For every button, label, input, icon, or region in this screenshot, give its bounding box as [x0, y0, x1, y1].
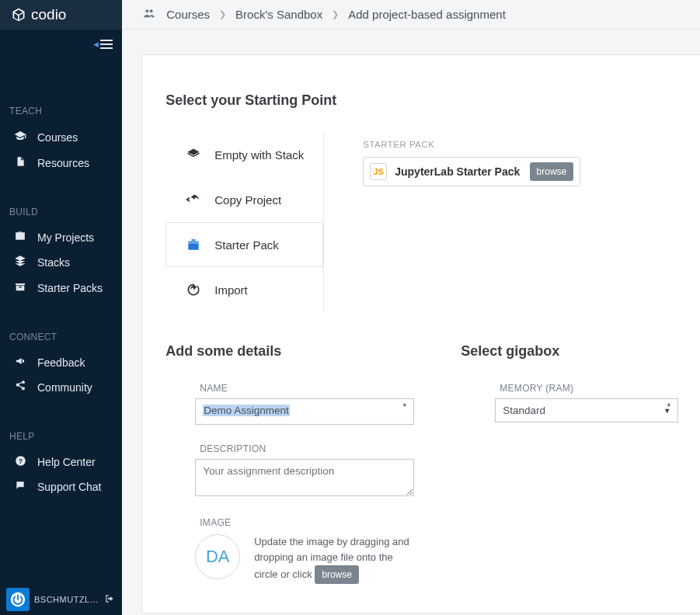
sidebar-item-help-center[interactable]: ? Help Center — [6, 450, 116, 474]
hamburger-icon — [100, 39, 113, 50]
file-icon — [14, 155, 26, 170]
logo-bar: codio — [0, 0, 122, 30]
sidebar-item-label: Resources — [37, 157, 89, 169]
heading-gigabox: Select gigabox — [461, 343, 678, 360]
sidebar: codio ◀ TEACH Courses Resources BUILD My… — [0, 0, 122, 615]
sidebar-item-label: Support Chat — [37, 481, 102, 493]
help-icon: ? — [14, 455, 26, 469]
nav-heading: HELP — [6, 431, 116, 442]
sidebar-item-label: Stacks — [37, 256, 70, 269]
graduation-icon — [14, 130, 26, 144]
logout-button[interactable] — [103, 593, 116, 606]
sidebar-item-feedback[interactable]: Feedback — [6, 350, 116, 374]
sidebar-item-my-projects[interactable]: My Projects — [6, 225, 116, 249]
nav-heading: TEACH — [6, 106, 116, 116]
user-avatar[interactable] — [6, 588, 30, 611]
sidebar-item-label: Starter Packs — [37, 282, 103, 294]
browse-pack-button[interactable]: browse — [530, 162, 574, 181]
stack-icon — [14, 255, 26, 269]
main-area: Courses ❯ Brock's Sandbox ❯ Add project-… — [122, 0, 700, 615]
option-label: Copy Project — [214, 193, 281, 207]
starter-pack-panel: STARTER PACK JS JupyterLab Starter Pack … — [363, 132, 580, 312]
option-starter-pack[interactable]: Starter Pack — [165, 222, 323, 267]
required-star: * — [403, 401, 407, 412]
import-icon — [185, 282, 202, 297]
content-area: Select your Starting Point Empty with St… — [122, 30, 700, 615]
image-drop-circle[interactable]: DA — [195, 534, 240, 579]
image-label: IMAGE — [195, 517, 414, 528]
nav-section-help: HELP ? Help Center Support Chat — [0, 431, 122, 499]
chevron-right-icon: ❯ — [219, 9, 226, 19]
box-icon — [14, 280, 26, 295]
desc-field-block: DESCRIPTION — [165, 443, 414, 499]
browse-image-button[interactable]: browse — [315, 565, 359, 584]
sidebar-item-support-chat[interactable]: Support Chat — [6, 474, 116, 499]
svg-text:?: ? — [18, 457, 22, 465]
sidebar-item-label: Help Center — [37, 456, 96, 468]
memory-select[interactable]: Standard ▼ — [495, 398, 678, 422]
name-input[interactable]: Demo Assignment — [195, 398, 414, 425]
starting-point-row: Empty with Stack Copy Project Starter Pa… — [165, 132, 678, 312]
nav-section-connect: CONNECT Feedback Community — [0, 332, 122, 400]
sidebar-item-label: Feedback — [37, 356, 85, 369]
nav-heading: CONNECT — [6, 332, 116, 342]
breadcrumb-sandbox[interactable]: Brock's Sandbox — [235, 8, 322, 21]
share-icon — [14, 380, 26, 394]
copy-share-icon — [185, 192, 202, 207]
sidebar-item-community[interactable]: Community — [6, 374, 116, 400]
sidebar-item-stacks[interactable]: Stacks — [6, 249, 116, 275]
pack-name-label: JupyterLab Starter Pack — [395, 165, 521, 178]
card: Select your Starting Point Empty with St… — [141, 54, 700, 613]
start-options-list: Empty with Stack Copy Project Starter Pa… — [165, 132, 324, 312]
image-help-text: Update the image by dragging and droppin… — [254, 534, 413, 584]
megaphone-icon — [14, 356, 26, 369]
users-icon — [141, 7, 157, 22]
breadcrumb-courses[interactable]: Courses — [166, 8, 210, 21]
sidebar-item-resources[interactable]: Resources — [6, 150, 116, 175]
required-star: * — [667, 401, 671, 412]
details-col: Add some details NAME * Demo Assignment … — [165, 312, 414, 584]
sidebar-item-label: Courses — [37, 131, 78, 144]
breadcrumb-current: Add project-based assignment — [348, 8, 506, 21]
briefcase-icon — [14, 231, 26, 244]
name-label: NAME — [195, 383, 414, 394]
breadcrumb-bar: Courses ❯ Brock's Sandbox ❯ Add project-… — [122, 0, 700, 30]
chat-icon — [14, 480, 26, 493]
option-label: Starter Pack — [214, 238, 279, 252]
js-badge-icon: JS — [370, 163, 387, 180]
option-empty-stack[interactable]: Empty with Stack — [165, 132, 323, 177]
pack-heading-label: STARTER PACK — [363, 140, 580, 149]
option-copy-project[interactable]: Copy Project — [165, 177, 323, 222]
option-label: Import — [214, 283, 248, 297]
sidebar-item-label: My Projects — [37, 231, 94, 244]
option-label: Empty with Stack — [214, 148, 304, 162]
sidebar-item-courses[interactable]: Courses — [6, 124, 116, 150]
heading-starting-point: Select your Starting Point — [165, 92, 678, 109]
starter-pack-selector: JS JupyterLab Starter Pack browse — [363, 157, 580, 186]
heading-details: Add some details — [165, 343, 414, 360]
nav-heading: BUILD — [6, 207, 116, 217]
description-textarea[interactable] — [195, 459, 414, 496]
layers-icon — [185, 147, 202, 162]
name-value-highlight: Demo Assignment — [203, 405, 290, 416]
logout-icon — [103, 593, 116, 604]
nav-section-teach: TEACH Courses Resources — [0, 106, 122, 175]
sidebar-item-label: Community — [37, 381, 92, 394]
collapse-toggle-row: ◀ — [0, 30, 122, 59]
details-row: Add some details NAME * Demo Assignment … — [165, 312, 678, 584]
option-import[interactable]: Import — [165, 267, 323, 312]
memory-label: MEMORY (RAM) — [495, 383, 678, 394]
collapse-sidebar-button[interactable]: ◀ — [93, 39, 113, 50]
gigabox-col: Select gigabox MEMORY (RAM) * Standard ▼ — [461, 312, 678, 584]
power-icon — [9, 591, 26, 608]
desc-label: DESCRIPTION — [195, 443, 414, 454]
brand-label: codio — [31, 6, 66, 23]
user-name-label: BSCHMUTZL… — [34, 595, 99, 604]
caret-left-icon: ◀ — [93, 40, 99, 48]
sidebar-item-starter-packs[interactable]: Starter Packs — [6, 275, 116, 301]
user-bar: BSCHMUTZL… — [0, 584, 122, 615]
nav-section-build: BUILD My Projects Stacks Starter Packs — [0, 207, 122, 301]
memory-field-block: MEMORY (RAM) * Standard ▼ — [495, 383, 678, 422]
memory-value: Standard — [503, 405, 545, 416]
logo-cube-icon — [11, 7, 26, 23]
